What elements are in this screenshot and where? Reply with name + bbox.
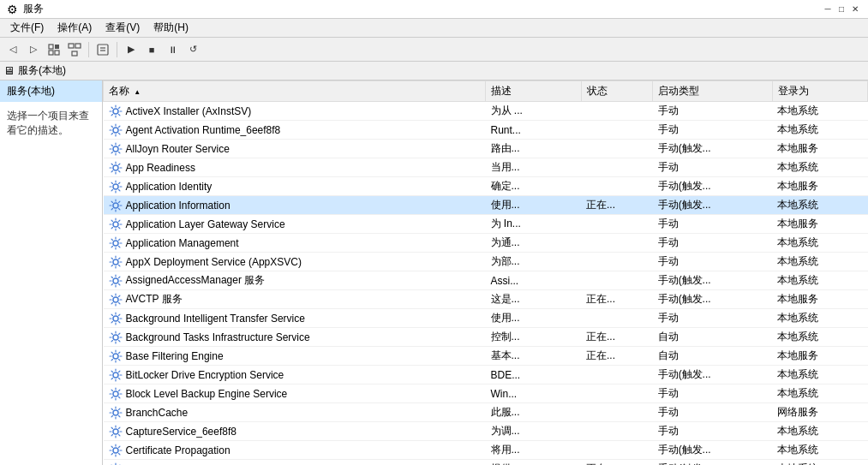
service-status-cell: 正在... xyxy=(581,196,653,215)
svg-point-18 xyxy=(113,259,118,265)
service-startup-cell: 手动 xyxy=(653,422,772,441)
service-login-cell: 本地服务 xyxy=(772,177,868,196)
table-row[interactable]: Application Information使用...正在...手动(触发..… xyxy=(104,196,868,215)
table-row[interactable]: AssignedAccessManager 服务Assi...手动(触发...本… xyxy=(104,271,868,290)
services-content[interactable]: 名称 ▲ 描述 状态 启动类型 登录为 ActiveX Installer (A… xyxy=(103,80,868,465)
service-status-cell xyxy=(581,234,653,253)
col-header-startup[interactable]: 启动类型 xyxy=(653,81,772,102)
service-startup-cell: 手动(触发... xyxy=(653,441,772,460)
menu-view[interactable]: 查看(V) xyxy=(99,19,147,37)
table-row[interactable]: AllJoyn Router Service路由...手动(触发...本地服务 xyxy=(104,140,868,158)
service-login-cell: 本地系统 xyxy=(772,328,868,347)
table-row[interactable]: Client License Service (ClipSVC)提供...正在.… xyxy=(104,460,868,466)
service-login-cell: 本地系统 xyxy=(772,309,868,328)
table-row[interactable]: Base Filtering Engine基本...正在...自动本地服务 xyxy=(104,347,868,366)
col-header-name[interactable]: 名称 ▲ xyxy=(104,81,486,102)
svg-point-12 xyxy=(113,146,118,152)
service-name: CaptureService_6eef8f8 xyxy=(126,426,236,438)
service-desc-cell: 使用... xyxy=(486,309,582,328)
service-icon xyxy=(109,123,123,137)
service-desc-cell: 使用... xyxy=(486,196,582,215)
svg-point-23 xyxy=(113,354,118,359)
service-startup-cell: 手动 xyxy=(653,403,772,422)
table-row[interactable]: Certificate Propagation将用...手动(触发...本地系统 xyxy=(104,441,868,460)
stop-service-button[interactable]: ■ xyxy=(142,40,161,59)
service-desc-cell: 当用... xyxy=(486,158,582,177)
window-controls: ─ □ ✕ xyxy=(822,3,861,15)
service-startup-cell: 手动(触发... xyxy=(653,290,772,309)
table-row[interactable]: Application Management为通...手动本地系统 xyxy=(104,234,868,253)
service-login-cell: 本地系统 xyxy=(772,234,868,253)
table-row[interactable]: Background Intelligent Transfer Service使… xyxy=(104,309,868,328)
col-header-login[interactable]: 登录为 xyxy=(772,81,868,102)
service-status-cell: 正在... xyxy=(581,347,653,366)
service-name: Certificate Propagation xyxy=(126,444,230,456)
svg-rect-1 xyxy=(55,45,59,49)
service-name-cell: ActiveX Installer (AxInstSV) xyxy=(104,102,486,121)
service-name-cell: Application Identity xyxy=(104,177,486,196)
sidebar: 服务(本地) 选择一个项目来查看它的描述。 xyxy=(0,80,103,465)
service-name: Block Level Backup Engine Service xyxy=(126,388,288,400)
service-startup-cell: 自动 xyxy=(653,328,772,347)
start-service-button[interactable]: ▶ xyxy=(122,40,141,59)
show-hide-button[interactable] xyxy=(45,40,63,59)
service-name: Background Intelligent Transfer Service xyxy=(126,313,305,325)
minimize-button[interactable]: ─ xyxy=(822,3,834,15)
address-icon: 🖥 xyxy=(3,64,15,77)
svg-point-27 xyxy=(113,429,118,434)
menu-file[interactable]: 文件(F) xyxy=(3,19,51,37)
service-desc-cell: 基本... xyxy=(486,347,582,366)
restart-service-button[interactable]: ↺ xyxy=(183,40,202,59)
table-row[interactable]: Application Layer Gateway Service为 In...… xyxy=(104,215,868,234)
service-name: Background Tasks Infrastructure Service xyxy=(126,331,310,343)
service-name: Agent Activation Runtime_6eef8f8 xyxy=(126,124,281,136)
svg-point-11 xyxy=(113,128,118,133)
service-name: BranchCache xyxy=(126,407,189,419)
sidebar-item-local[interactable]: 服务(本地) xyxy=(0,80,102,102)
service-login-cell: 本地系统 xyxy=(772,422,868,441)
menu-help[interactable]: 帮助(H) xyxy=(147,19,195,37)
svg-point-13 xyxy=(113,165,118,170)
service-desc-cell: Assi... xyxy=(486,271,582,290)
table-row[interactable]: Agent Activation Runtime_6eef8f8Runt...手… xyxy=(104,121,868,140)
table-row[interactable]: AVCTP 服务这是...正在...手动(触发...本地服务 xyxy=(104,290,868,309)
table-row[interactable]: AppX Deployment Service (AppXSVC)为部...手动… xyxy=(104,253,868,271)
table-row[interactable]: Application Identity确定...手动(触发...本地服务 xyxy=(104,177,868,196)
col-header-desc[interactable]: 描述 xyxy=(486,81,582,102)
svg-point-15 xyxy=(113,203,118,208)
pause-service-button[interactable]: ⏸ xyxy=(163,40,182,59)
service-name-cell: Certificate Propagation xyxy=(104,441,486,460)
forward-button[interactable]: ▷ xyxy=(24,40,43,59)
close-button[interactable]: ✕ xyxy=(849,3,861,15)
svg-point-24 xyxy=(113,373,118,378)
table-row[interactable]: CaptureService_6eef8f8为调...手动本地系统 xyxy=(104,422,868,441)
tree-button[interactable] xyxy=(65,40,84,59)
table-row[interactable]: Background Tasks Infrastructure Service控… xyxy=(104,328,868,347)
back-button[interactable]: ◁ xyxy=(3,40,22,59)
service-icon xyxy=(109,180,123,194)
menu-action[interactable]: 操作(A) xyxy=(51,19,99,37)
table-row[interactable]: ActiveX Installer (AxInstSV)为从 ...手动本地系统 xyxy=(104,102,868,121)
service-login-cell: 本地系统 xyxy=(772,253,868,271)
service-status-cell xyxy=(581,102,653,121)
properties-button[interactable] xyxy=(93,40,112,59)
service-name-cell: Application Layer Gateway Service xyxy=(104,215,486,234)
service-icon xyxy=(109,331,123,344)
table-row[interactable]: BitLocker Drive Encryption ServiceBDE...… xyxy=(104,366,868,385)
service-icon xyxy=(109,236,123,250)
maximize-button[interactable]: □ xyxy=(835,3,847,15)
service-name: Application Layer Gateway Service xyxy=(126,218,285,230)
service-status-cell: 正在... xyxy=(581,328,653,347)
table-row[interactable]: App Readiness当用...手动本地系统 xyxy=(104,158,868,177)
service-startup-cell: 手动 xyxy=(653,102,772,121)
col-header-status[interactable]: 状态 xyxy=(581,81,653,102)
table-row[interactable]: BranchCache此服...手动网络服务 xyxy=(104,403,868,422)
service-status-cell xyxy=(581,422,653,441)
service-login-cell: 本地服务 xyxy=(772,215,868,234)
service-name: Application Management xyxy=(126,237,239,249)
service-name: Base Filtering Engine xyxy=(126,350,224,362)
service-desc-cell: 此服... xyxy=(486,403,582,422)
table-row[interactable]: Block Level Backup Engine ServiceWin...手… xyxy=(104,385,868,403)
service-name: AssignedAccessManager 服务 xyxy=(126,273,266,288)
service-status-cell xyxy=(581,177,653,196)
